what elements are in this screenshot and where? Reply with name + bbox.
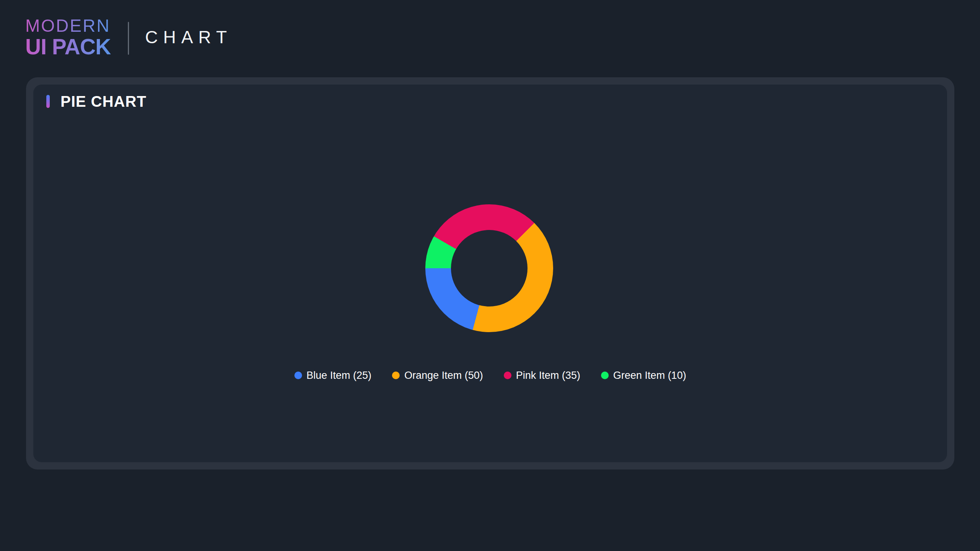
chart-legend: Blue Item (25)Orange Item (50)Pink Item … [33,368,947,383]
legend-item[interactable]: Orange Item (50) [392,370,483,381]
app-logo: MODERN UI PACK [25,17,111,58]
pie-chart[interactable] [425,204,553,332]
legend-label: Pink Item (35) [516,370,580,381]
logo-line2: UI PACK [25,36,111,58]
chart-panel-inner: PIE CHART Blue Item (25)Orange Item (50)… [33,85,947,462]
panel-header: PIE CHART [46,94,147,109]
app-header: MODERN UI PACK CHART [0,0,980,65]
header-divider [128,22,129,55]
title-accent-bar [46,95,50,108]
bottom-toolbar [0,474,980,551]
legend-item[interactable]: Blue Item (25) [294,370,372,381]
legend-dot [504,372,511,379]
legend-dot [294,372,302,379]
logo-line1: MODERN [25,17,111,34]
legend-label: Blue Item (25) [307,370,372,381]
chart-panel: PIE CHART Blue Item (25)Orange Item (50)… [26,77,954,469]
app-root: { "header": { "logo_line1": "MODERN", "l… [0,0,980,551]
legend-item[interactable]: Pink Item (35) [504,370,580,381]
legend-item[interactable]: Green Item (10) [601,370,686,381]
legend-dot [392,372,400,379]
legend-label: Orange Item (50) [404,370,483,381]
page-title: CHART [145,28,232,46]
legend-dot [601,372,609,379]
legend-label: Green Item (10) [613,370,686,381]
panel-title: PIE CHART [60,94,147,109]
